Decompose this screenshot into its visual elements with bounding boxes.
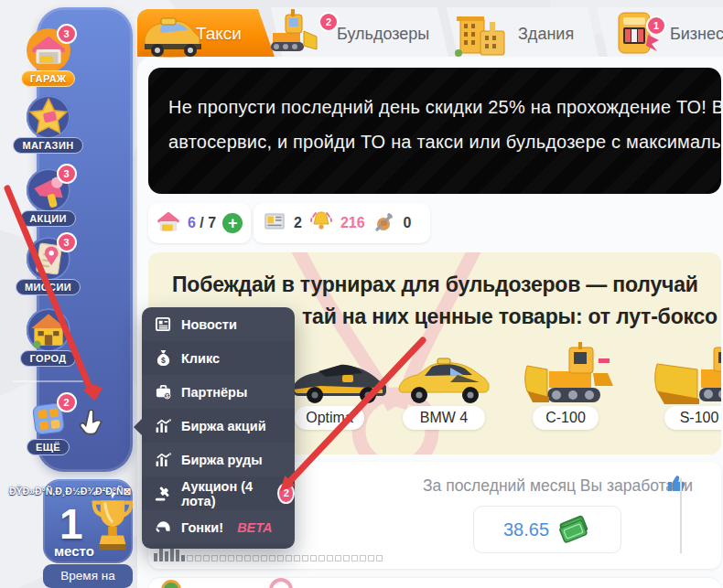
menu-item-auction[interactable]: Аукцион (4 лота) 2 xyxy=(142,476,295,510)
helmet-icon xyxy=(155,519,172,536)
car-name-bmw4[interactable]: BMW 4 xyxy=(403,406,485,430)
tab-businesses-label[interactable]: Бизнесы xyxy=(670,25,723,44)
garage-badge: 3 xyxy=(57,24,77,44)
earnings-value: 38.65 xyxy=(503,519,549,540)
earnings-value-box: 38.65 xyxy=(473,506,621,553)
gavel-icon xyxy=(155,485,172,502)
earnings-label: За последний месяц Вы заработали xyxy=(423,476,693,496)
earnings-divider xyxy=(680,478,682,553)
earnings-mini-chart xyxy=(154,547,383,561)
cursor-pointer-icon xyxy=(79,410,104,443)
sidebar-item-label: МИССИИ xyxy=(16,279,81,295)
news-icon xyxy=(263,210,286,236)
money-ticket-icon xyxy=(556,512,591,547)
menu-item-races[interactable]: Гонки! BETA xyxy=(142,510,295,544)
sidebar-item-shop[interactable]: МАГАЗИН xyxy=(0,94,96,161)
sidebar-item-label: ЕЩЁ xyxy=(27,439,70,455)
car-image-bmw4 xyxy=(394,349,494,410)
missions-badge: 3 xyxy=(57,232,77,252)
promo-title-line1: Побеждай в турнирах для бульдозеров — по… xyxy=(172,273,698,297)
stocks-chart-icon xyxy=(155,417,172,434)
notifications-count: 216 xyxy=(340,215,365,231)
more-grid-icon: 2 xyxy=(26,396,71,442)
menu-item-label: Биржа акций xyxy=(181,419,266,433)
pink-circle-icon xyxy=(269,578,293,588)
missions-map-icon: 3 xyxy=(26,236,71,282)
rank-label: место xyxy=(54,543,94,559)
svg-text:$: $ xyxy=(161,356,166,365)
car-name-c100[interactable]: C-100 xyxy=(533,406,599,430)
sidebar-item-garage[interactable]: 3 ГАРАЖ xyxy=(0,27,96,94)
time-button-label: Время на xyxy=(60,569,114,583)
svg-text:$: $ xyxy=(166,392,169,399)
notification-bell-icon xyxy=(309,209,333,237)
promo-title-line2: тай на них ценные товары: от лут-боксо xyxy=(302,305,718,329)
news-menu-icon xyxy=(155,315,172,333)
banner-line1: Не пропусти последний день скидки 25% на… xyxy=(168,97,721,118)
garage-current: 6 xyxy=(188,215,196,230)
tab-buildings-label[interactable]: Здания xyxy=(518,25,574,44)
sidebar-item-label: АКЦИИ xyxy=(20,210,76,227)
car-name-optima[interactable]: Optima xyxy=(295,406,364,430)
menu-item-clicks[interactable]: $ Кликс xyxy=(142,341,295,375)
more-badge: 2 xyxy=(57,392,77,412)
banner-line2: автосервис, и пройди ТО на такси или бул… xyxy=(168,132,721,153)
sidebar-item-label: ГАРАЖ xyxy=(21,70,76,87)
sidebar-item-label: ГОРОД xyxy=(20,350,75,367)
thumbs-up-icon xyxy=(666,473,686,497)
menu-item-label: Гонки! xyxy=(181,520,223,535)
taxi-tab-image xyxy=(134,9,214,62)
menu-item-label: Кликс xyxy=(181,351,220,366)
car-name-s100[interactable]: S-100 xyxy=(664,406,721,430)
discount-banner[interactable]: Не пропусти последний день скидки 25% на… xyxy=(148,68,721,194)
bulldozer-tab-image xyxy=(264,5,324,60)
menu-item-ore-exchange[interactable]: Биржа руды xyxy=(142,443,295,476)
time-button[interactable]: Время на xyxy=(43,564,133,588)
coin-icon xyxy=(161,580,181,588)
menu-item-label: Партнёры xyxy=(181,385,247,400)
menu-item-news[interactable]: Новости xyxy=(142,307,295,341)
sidebar-item-promos[interactable]: 3 АКЦИИ xyxy=(0,167,96,234)
businesses-tab-badge: 1 xyxy=(646,16,666,36)
sidebar-divider xyxy=(13,380,83,382)
repair-wrench-icon xyxy=(372,209,396,237)
more-context-menu: Новости $ Кликс $ Партнёры Биржа акций Б… xyxy=(142,307,295,549)
garage-total: / 7 xyxy=(196,215,216,230)
tab-bulldozers-label[interactable]: Бульдозеры xyxy=(337,25,429,44)
shop-star-icon xyxy=(26,94,71,140)
menu-item-stock-exchange[interactable]: Биржа акций xyxy=(142,409,295,443)
game-page: { "sidebar": { "items": [ {"label": "ГАР… xyxy=(0,0,723,588)
sidebar-item-missions[interactable]: 3 МИССИИ xyxy=(0,236,96,303)
menu-item-label: Новости xyxy=(181,317,237,332)
megaphone-icon: 3 xyxy=(26,167,71,213)
briefcase-icon: $ xyxy=(155,383,172,401)
car-image-optima xyxy=(287,351,394,410)
menu-item-label: Аукцион (4 лота) xyxy=(181,479,264,508)
promos-badge: 3 xyxy=(57,164,77,184)
bulldozer-image-s100 xyxy=(653,342,721,413)
garage-small-icon xyxy=(156,209,181,237)
rank-value: 1 xyxy=(59,499,83,549)
menu-item-partners[interactable]: $ Партнёры xyxy=(142,375,295,409)
bulldozers-tab-badge: 2 xyxy=(318,12,339,32)
counters-card: 2 216 0 xyxy=(254,203,430,243)
menu-item-label: Биржа руды xyxy=(181,453,263,467)
ore-chart-icon xyxy=(155,451,172,468)
garage-icon: 3 xyxy=(26,27,71,73)
auction-badge: 2 xyxy=(277,483,295,504)
moneybag-icon: $ xyxy=(155,349,172,367)
news-count: 2 xyxy=(294,215,302,231)
repairs-count: 0 xyxy=(404,215,412,231)
bulldozer-image-c100 xyxy=(522,340,620,413)
beta-tag: BETA xyxy=(237,520,272,535)
rank-tooltip-text: ÐŸÐ»Ð°Ñ‚Ð¸Ð½Ð¾Ð²Ð°Ñ⊠ xyxy=(9,486,146,497)
next-section-card xyxy=(148,578,721,588)
sidebar-item-label: МАГАЗИН xyxy=(13,137,82,154)
buildings-tab-image xyxy=(453,13,512,60)
add-garage-slot-button[interactable] xyxy=(222,213,243,233)
sidebar-item-city[interactable]: ГОРОД xyxy=(0,307,96,374)
city-house-icon xyxy=(26,307,71,353)
garage-slots-card[interactable]: 6 / 7 xyxy=(148,203,251,243)
